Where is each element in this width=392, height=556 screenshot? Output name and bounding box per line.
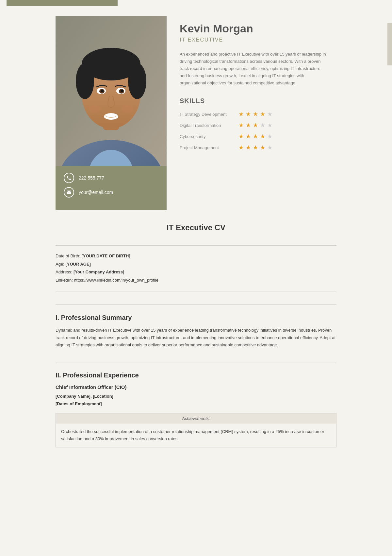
- scrollbar[interactable]: [387, 23, 392, 65]
- candidate-title: IT EXECUTIVE: [180, 37, 327, 43]
- skill-row-digital-transform: Digital Transformation ★ ★ ★ ★ ★: [180, 122, 327, 129]
- professional-summary-heading: I. Professional Summary: [56, 314, 336, 321]
- star-3: ★: [253, 133, 258, 140]
- skill-stars-it-strategy: ★ ★ ★ ★ ★: [238, 111, 272, 118]
- name-title-block: Kevin Morgan IT EXECUTIVE: [180, 22, 327, 43]
- email-contact: your@email.com: [64, 187, 158, 198]
- linkedin-value: https://www.linkedin.com/in/your_own_pro…: [74, 278, 158, 283]
- profile-photo: [56, 16, 167, 166]
- contact-bar: 222 555 777 your@email.com: [56, 166, 167, 204]
- skill-stars-digital-transform: ★ ★ ★ ★ ★: [238, 122, 272, 129]
- dob-label: Date of Birth:: [56, 253, 80, 258]
- professional-experience-section: II. Professional Experience Chief Inform…: [56, 362, 336, 447]
- top-accent-bar: [7, 0, 118, 6]
- skill-stars-project-mgmt: ★ ★ ★ ★ ★: [238, 144, 272, 151]
- job-role: Chief Information Officer (CIO): [56, 384, 336, 390]
- skill-name-it-strategy: IT Strategy Development: [180, 112, 238, 117]
- email-icon: [64, 187, 74, 198]
- svg-point-16: [122, 105, 133, 113]
- star-2: ★: [246, 122, 251, 129]
- skills-section: SKILLS IT Strategy Development ★ ★ ★ ★ ★…: [180, 97, 327, 151]
- skill-name-digital-transform: Digital Transformation: [180, 123, 238, 128]
- bottom-olive-bar: [56, 204, 167, 210]
- age-value: [YOUR AGE]: [65, 262, 91, 267]
- star-2: ★: [246, 111, 251, 118]
- job-dates: [Dates of Employment]: [56, 400, 336, 408]
- svg-point-14: [104, 113, 118, 120]
- document-title: IT Executive CV: [56, 223, 336, 232]
- star-2: ★: [246, 133, 251, 140]
- skill-stars-cybersecurity: ★ ★ ★ ★ ★: [238, 133, 272, 140]
- skill-row-cybersecurity: Cybersecurity ★ ★ ★ ★ ★: [180, 133, 327, 140]
- professional-experience-heading: II. Professional Experience: [56, 372, 336, 379]
- linkedin-line: LinkedIn: https://www.linkedin.com/in/yo…: [56, 276, 336, 285]
- address-line: Address: [Your Company Address]: [56, 268, 336, 276]
- linkedin-label: LinkedIn:: [56, 278, 73, 283]
- star-3: ★: [253, 122, 258, 129]
- star-1: ★: [238, 111, 244, 118]
- star-1: ★: [238, 144, 244, 151]
- candidate-name: Kevin Morgan: [180, 22, 327, 35]
- star-1: ★: [238, 122, 244, 129]
- svg-point-15: [89, 105, 101, 113]
- phone-number: 222 555 777: [79, 175, 104, 181]
- resume-card: 222 555 777 your@email.com Kevin Morgan …: [49, 6, 343, 210]
- age-line: Age: [YOUR AGE]: [56, 260, 336, 269]
- address-value: [Your Company Address]: [74, 269, 124, 274]
- achievements-header: Achievements:: [56, 413, 336, 424]
- skills-heading: SKILLS: [180, 97, 327, 105]
- star-2: ★: [246, 144, 251, 151]
- achievements-box: Achievements: Orchestrated the successfu…: [56, 413, 336, 447]
- email-address: your@email.com: [79, 190, 113, 195]
- skill-name-cybersecurity: Cybersecurity: [180, 134, 238, 139]
- svg-point-7: [128, 63, 146, 99]
- star-5: ★: [267, 122, 272, 129]
- achievements-body: Orchestrated the successful implementati…: [56, 424, 336, 447]
- star-5: ★: [267, 133, 272, 140]
- star-4: ★: [260, 111, 265, 118]
- skill-row-it-strategy: IT Strategy Development ★ ★ ★ ★ ★: [180, 111, 327, 118]
- job-meta: [Company Name], [Location] [Dates of Emp…: [56, 392, 336, 408]
- job-company: [Company Name], [Location]: [56, 392, 336, 400]
- document-section: IT Executive CV Date of Birth: [YOUR DAT…: [49, 223, 343, 447]
- summary-paragraph: An experienced and proactive IT Executiv…: [180, 51, 327, 87]
- star-5: ★: [267, 144, 272, 151]
- photo-container: [56, 16, 167, 166]
- star-5: ★: [267, 111, 272, 118]
- age-label: Age:: [56, 262, 64, 267]
- professional-summary-section: I. Professional Summary Dynamic and resu…: [56, 304, 336, 349]
- skill-name-project-mgmt: Project Management: [180, 145, 238, 150]
- svg-point-13: [121, 90, 123, 92]
- svg-point-12: [101, 90, 104, 92]
- star-3: ★: [253, 144, 258, 151]
- star-4: ★: [260, 133, 265, 140]
- dob-value: [YOUR DATE OF BIRTH]: [82, 253, 130, 258]
- star-4: ★: [260, 122, 265, 129]
- svg-point-6: [76, 63, 94, 99]
- left-panel: 222 555 777 your@email.com: [56, 16, 167, 210]
- professional-summary-text: Dynamic and results-driven IT Executive …: [56, 327, 336, 349]
- dob-line: Date of Birth: [YOUR DATE OF BIRTH]: [56, 252, 336, 260]
- personal-info-block: Date of Birth: [YOUR DATE OF BIRTH] Age:…: [56, 245, 336, 291]
- phone-contact: 222 555 777: [64, 173, 158, 183]
- star-4: ★: [260, 144, 265, 151]
- right-panel: Kevin Morgan IT EXECUTIVE An experienced…: [167, 16, 336, 210]
- phone-icon: [64, 173, 74, 183]
- star-1: ★: [238, 133, 244, 140]
- skill-row-project-mgmt: Project Management ★ ★ ★ ★ ★: [180, 144, 327, 151]
- star-3: ★: [253, 111, 258, 118]
- address-label: Address:: [56, 269, 72, 274]
